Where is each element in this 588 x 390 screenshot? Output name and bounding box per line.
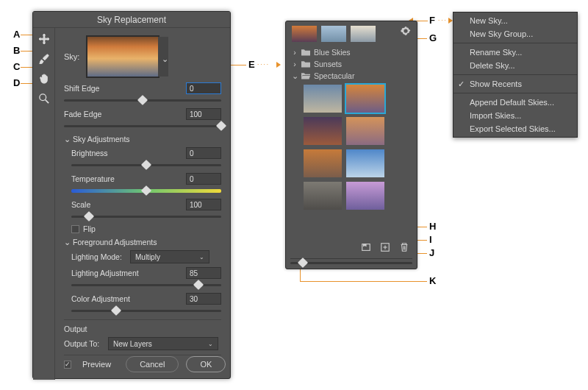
flip-label: Flip (83, 224, 221, 233)
foreground-adjustments-header[interactable]: ⌄ Foreground Adjustments (64, 238, 221, 247)
dialog-content: Sky: ⌄ Shift Edge Fade Edge ⌄ Sky Adjust… (55, 28, 230, 378)
folder-label: Sunsets (314, 60, 342, 68)
lighting-mode-label: Lighting Mode: (71, 252, 130, 261)
preset-flyout-menu: New Sky... New Sky Group... Rename Sky..… (453, 12, 578, 138)
sky-thumb[interactable] (304, 85, 342, 113)
chevron-down-icon: ⌄ (208, 341, 213, 347)
chevron-right-icon: › (292, 48, 298, 57)
trash-icon[interactable] (399, 242, 409, 252)
callout-h: H (429, 221, 436, 232)
lighting-mode-select[interactable]: Multiply ⌄ (130, 250, 209, 263)
folder-icon (301, 49, 310, 56)
menu-import-skies[interactable]: Import Skies... (453, 109, 577, 122)
cancel-button[interactable]: Cancel (126, 356, 179, 372)
gear-icon[interactable] (401, 26, 411, 36)
callout-f: F (429, 15, 435, 26)
chevron-right-icon: › (292, 60, 298, 68)
sky-thumb[interactable] (304, 117, 342, 145)
sky-thumb[interactable] (346, 182, 384, 210)
zoom-tool[interactable] (35, 90, 53, 107)
fade-edge-value[interactable] (186, 108, 221, 120)
callout-b: B (13, 45, 20, 56)
brightness-value[interactable] (186, 147, 221, 159)
dialog-title: Sky Replacement (33, 12, 230, 28)
recent-sky-thumb[interactable] (292, 26, 317, 42)
lighting-adjustment-label: Lighting Adjustment (71, 269, 186, 277)
menu-append-defaults[interactable]: Append Default Skies... (453, 96, 577, 109)
svg-point-0 (39, 94, 46, 101)
recent-sky-thumb[interactable] (351, 26, 376, 42)
fade-edge-label: Fade Edge (64, 110, 186, 118)
menu-rename-sky[interactable]: Rename Sky... (453, 46, 577, 59)
new-preset-icon[interactable] (380, 242, 390, 252)
sky-replacement-dialog: Sky Replacement Sky: ⌄ Shift Edge Fade E… (32, 11, 231, 379)
svg-line-1 (45, 100, 48, 103)
chevron-down-icon: ⌄ (64, 238, 70, 247)
output-to-value: New Layers (113, 340, 152, 348)
recent-sky-thumb[interactable] (321, 26, 346, 42)
preset-thumbnail-grid (292, 82, 411, 213)
folder-open-icon (301, 72, 310, 79)
move-tool[interactable] (35, 30, 53, 48)
sky-thumb[interactable] (346, 149, 384, 177)
callout-j: J (429, 247, 434, 258)
preview-checkbox[interactable] (64, 361, 71, 369)
menu-show-recents[interactable]: Show Recents (453, 77, 577, 91)
folder-sunsets[interactable]: › Sunsets (292, 58, 411, 70)
section-label: Foreground Adjustments (73, 238, 157, 247)
sky-thumb[interactable] (346, 117, 384, 145)
preview-label: Preview (82, 360, 111, 369)
temperature-label: Temperature (71, 174, 186, 183)
lighting-adjustment-slider[interactable] (71, 280, 221, 289)
output-to-label: Output To: (64, 339, 108, 348)
sky-thumb[interactable] (304, 182, 342, 210)
callout-k: K (429, 275, 436, 286)
sky-preset-panel: › Blue Skies › Sunsets ⌄ Spectacular (285, 21, 417, 269)
section-label: Sky Adjustments (73, 135, 130, 143)
scale-slider[interactable] (71, 212, 221, 221)
chevron-down-icon: ⌄ (64, 135, 70, 143)
folder-spectacular[interactable]: ⌄ Spectacular (292, 70, 411, 82)
folder-blue-skies[interactable]: › Blue Skies (292, 46, 411, 58)
folder-label: Blue Skies (314, 48, 351, 57)
shift-edge-slider[interactable] (64, 96, 221, 104)
menu-new-sky[interactable]: New Sky... (453, 14, 577, 27)
save-to-library-icon[interactable] (361, 242, 371, 252)
callout-g: G (429, 32, 437, 43)
callout-a: A (13, 29, 20, 40)
temperature-slider[interactable] (71, 186, 221, 195)
sky-label: Sky: (64, 52, 82, 61)
chevron-down-icon: ⌄ (292, 71, 298, 80)
menu-delete-sky[interactable]: Delete Sky... (453, 59, 577, 72)
menu-new-sky-group[interactable]: New Sky Group... (453, 27, 577, 40)
sky-preview-dropdown[interactable] (86, 35, 159, 78)
scale-label: Scale (71, 200, 186, 209)
ok-button[interactable]: OK (186, 356, 226, 372)
sky-adjustments-header[interactable]: ⌄ Sky Adjustments (64, 135, 221, 143)
sky-thumb[interactable] (304, 149, 342, 177)
chevron-down-icon: ⌄ (199, 254, 204, 260)
tool-strip (33, 28, 55, 380)
color-adjustment-label: Color Adjustment (71, 294, 186, 303)
menu-export-skies[interactable]: Export Selected Skies... (453, 122, 577, 135)
flip-checkbox[interactable] (71, 225, 79, 233)
brightness-label: Brightness (71, 149, 186, 157)
preset-zoom-slider[interactable] (290, 258, 412, 266)
temperature-value[interactable] (186, 173, 221, 185)
shift-edge-value[interactable] (186, 82, 221, 94)
brush-tool[interactable] (35, 50, 53, 68)
fade-edge-slider[interactable] (64, 121, 221, 130)
callout-c: C (13, 61, 20, 72)
output-to-select[interactable]: New Layers ⌄ (108, 337, 218, 350)
brightness-slider[interactable] (71, 160, 221, 169)
lighting-mode-value: Multiply (135, 253, 160, 261)
callout-i: I (429, 234, 432, 245)
callout-e: E (248, 59, 255, 70)
color-adjustment-value[interactable] (186, 293, 221, 305)
scale-value[interactable] (186, 199, 221, 210)
lighting-adjustment-value[interactable] (186, 267, 221, 279)
shift-edge-label: Shift Edge (64, 84, 186, 93)
color-adjustment-slider[interactable] (71, 306, 221, 315)
hand-tool[interactable] (35, 70, 53, 88)
sky-thumb-selected[interactable] (346, 85, 384, 113)
